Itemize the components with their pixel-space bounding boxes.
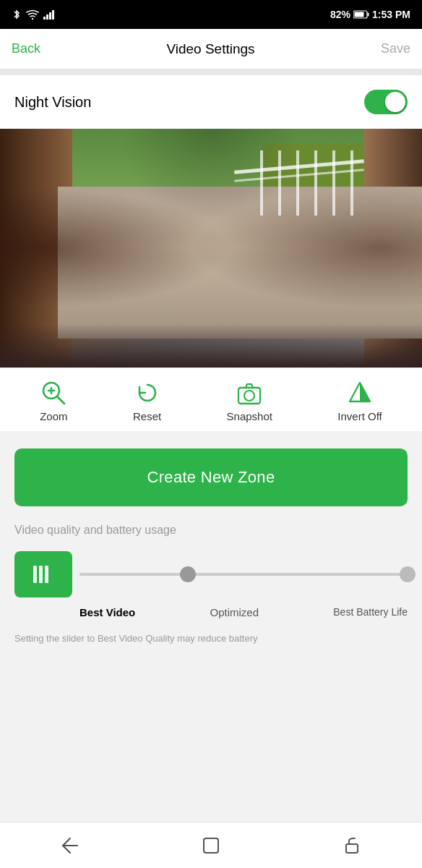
slider-thumb-optimized[interactable] [180,566,196,582]
wifi-icon [26,9,39,20]
section-divider [0,69,422,75]
home-square-icon [202,837,220,854]
header: Back Video Settings Save [0,29,422,69]
svg-rect-7 [355,12,364,17]
invert-icon [347,380,373,406]
nav-back-button[interactable] [48,830,92,861]
toggle-knob [385,92,405,112]
reset-icon [134,380,160,406]
camera-scene [0,129,422,367]
zoom-label: Zoom [40,410,67,422]
quality-icon-box [14,551,72,597]
slider-track-wrapper[interactable] [79,563,408,585]
night-vision-label: Night Vision [14,94,91,111]
quality-bars-icon [29,561,58,587]
status-left [12,9,55,20]
save-button[interactable]: Save [381,41,410,56]
svg-rect-20 [204,838,218,853]
create-zone-button[interactable]: Create New Zone [14,448,408,506]
svg-rect-18 [45,566,48,583]
time: 1:53 PM [372,9,410,20]
create-zone-section: Create New Zone [0,431,422,524]
nav-recent-button[interactable] [330,830,374,861]
battery-percentage: 82% [330,9,350,20]
svg-rect-16 [33,566,37,583]
back-arrow-icon [60,837,80,854]
svg-rect-21 [346,844,358,853]
bluetooth-icon [12,9,22,20]
svg-line-11 [57,396,64,404]
slider-track [79,573,408,576]
quality-slider-container [14,551,408,597]
slider-thumb-battery[interactable] [400,566,415,582]
svg-rect-2 [46,14,48,20]
bottom-hint: Setting the slider to Best Video Quality… [0,633,422,644]
svg-point-13 [244,391,254,401]
quality-title: Video quality and battery usage [14,524,408,537]
recent-apps-icon [343,837,361,854]
zoom-in-icon [40,380,66,406]
reset-control[interactable]: Reset [133,380,161,422]
nav-home-button[interactable] [189,830,233,861]
label-best-video: Best Video [79,606,135,618]
invert-control[interactable]: Invert Off [337,380,382,422]
camera-feed [0,129,422,367]
slider-labels: Best Video Optimized Best Battery Life [14,606,408,618]
svg-rect-4 [52,10,54,20]
svg-rect-6 [368,13,369,17]
reset-label: Reset [133,410,161,422]
page-title: Video Settings [166,41,254,57]
label-optimized: Optimized [210,606,259,618]
invert-label: Invert Off [337,410,382,422]
quality-section: Video quality and battery usage Best Vid… [0,524,422,633]
night-vision-toggle[interactable] [364,90,408,114]
status-right: 82% 1:53 PM [330,9,410,20]
camera-icon [236,380,262,406]
svg-rect-17 [39,566,43,583]
hint-text: Setting the slider to Best Video Quality… [14,633,258,644]
snapshot-control[interactable]: Snapshot [227,380,272,422]
signal-icon [43,9,55,20]
label-best-battery: Best Battery Life [333,606,408,618]
status-bar: 82% 1:53 PM [0,0,422,29]
svg-rect-1 [43,17,46,20]
zoom-control[interactable]: Zoom [40,380,67,422]
snapshot-label: Snapshot [227,410,272,422]
night-vision-section: Night Vision [0,75,422,129]
nav-bar [0,822,422,868]
svg-rect-3 [49,12,51,20]
battery-icon [353,10,369,19]
controls-row: Zoom Reset Snapshot Invert Off [0,367,422,431]
vignette-overlay [0,129,422,367]
back-button[interactable]: Back [12,41,40,56]
svg-point-0 [32,18,33,20]
